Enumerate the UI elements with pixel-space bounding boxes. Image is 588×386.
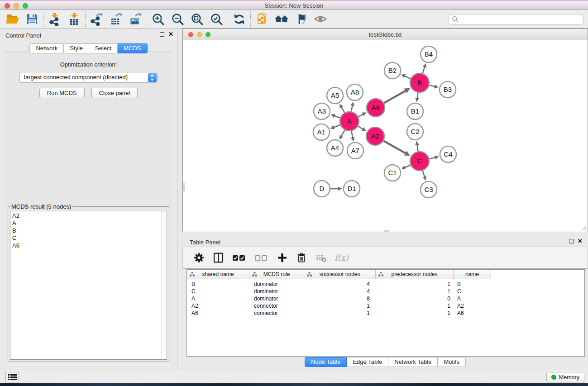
deselect-all-button[interactable]: [254, 252, 268, 264]
graph-edge-C-C1[interactable]: [401, 165, 411, 170]
graph-node-B3[interactable]: B3: [440, 81, 456, 98]
list-item[interactable]: A6: [10, 242, 167, 249]
table-row[interactable]: Bdominator41B: [187, 281, 584, 288]
zoom-fit-button[interactable]: [187, 10, 207, 28]
graph-node-B4[interactable]: B4: [421, 46, 437, 62]
import-table-button[interactable]: [64, 10, 84, 28]
zoom-in-button[interactable]: [148, 10, 168, 28]
column-header-mcds-role[interactable]: MCDS role: [249, 270, 304, 279]
function-builder-button[interactable]: f(x): [335, 253, 349, 262]
list-item[interactable]: A2: [10, 212, 167, 219]
tab-mcds[interactable]: MCDS: [118, 43, 147, 53]
graph-node-A1[interactable]: A1: [313, 124, 330, 140]
graph-node-B2[interactable]: B2: [384, 62, 401, 79]
resize-grip-icon[interactable]: [580, 224, 587, 231]
list-item[interactable]: C: [10, 234, 167, 242]
network-canvas[interactable]: B4B2BB3A8A5A6A3B1AC2A1A2A4A7C4CC1DD1C3: [183, 40, 588, 232]
export-network-button[interactable]: [87, 10, 106, 28]
graph-edge-C-C4[interactable]: [429, 155, 439, 159]
graph-node-A3[interactable]: A3: [314, 103, 330, 119]
graph-edge-A6-B[interactable]: [384, 88, 410, 103]
save-session-button[interactable]: [22, 10, 42, 28]
column-header-successor-nodes[interactable]: successor nodes: [304, 270, 376, 279]
close-table-panel-icon[interactable]: ✕: [578, 238, 583, 244]
show-hide-button[interactable]: [311, 10, 330, 28]
node-table[interactable]: shared nameMCDS rolesuccessor nodesprede…: [186, 269, 585, 357]
graph-edge-D-D1[interactable]: [330, 186, 342, 191]
table-row[interactable]: Adominator80A: [187, 295, 584, 302]
run-mcds-button[interactable]: Run MCDS: [39, 88, 85, 98]
memory-button[interactable]: Memory: [546, 372, 584, 382]
tab-network[interactable]: Network: [29, 43, 64, 53]
select-all-button[interactable]: [232, 252, 246, 264]
graph-node-D1[interactable]: D1: [344, 181, 360, 197]
list-item[interactable]: A: [10, 219, 167, 227]
graph-node-A6[interactable]: A6: [367, 99, 385, 117]
export-table-button[interactable]: [106, 10, 126, 28]
graph-edge-C-C3[interactable]: [423, 171, 427, 181]
graph-edge-A-A1[interactable]: [330, 125, 340, 129]
graph-edge-B-B1[interactable]: [415, 93, 419, 102]
column-header-name[interactable]: name: [454, 270, 491, 279]
import-network-button[interactable]: [45, 10, 64, 28]
column-header-shared-name[interactable]: shared name: [187, 270, 249, 279]
graph-node-C4[interactable]: C4: [440, 146, 456, 162]
home-button[interactable]: [272, 10, 291, 28]
list-scrollbar[interactable]: [161, 211, 167, 359]
graph-node-B1[interactable]: B1: [407, 103, 423, 119]
tab-edge-table[interactable]: Edge Table: [347, 357, 388, 367]
export-image-button[interactable]: [126, 10, 145, 28]
zoom-selected-button[interactable]: [207, 10, 226, 28]
table-settings-button[interactable]: [193, 252, 205, 264]
graph-edge-A2-C[interactable]: [383, 141, 410, 156]
close-panel-icon[interactable]: ✕: [168, 32, 173, 37]
graph-edge-A-A3[interactable]: [331, 114, 340, 118]
graph-node-C[interactable]: C: [410, 152, 429, 171]
mcds-result-list[interactable]: A2ABCA6: [10, 211, 167, 360]
graph-node-B[interactable]: B: [410, 73, 429, 92]
graph-node-C1[interactable]: C1: [384, 165, 401, 181]
list-item[interactable]: B: [10, 227, 167, 234]
tab-motifs[interactable]: Motifs: [438, 357, 466, 367]
search-field[interactable]: [449, 14, 583, 24]
graph-edge-B-B4[interactable]: [423, 63, 427, 73]
graph-edge-A-A2[interactable]: [358, 126, 366, 131]
show-columns-button[interactable]: [212, 252, 224, 264]
graph-edge-B-B3[interactable]: [429, 84, 438, 88]
apply-layout-button[interactable]: [229, 10, 249, 28]
task-history-button[interactable]: [5, 372, 19, 382]
left-edge-grip[interactable]: [183, 183, 185, 191]
toggle-graphics-details-button[interactable]: [291, 10, 311, 28]
graph-edge-A-A5[interactable]: [339, 104, 344, 113]
close-panel-button[interactable]: Close panel: [91, 88, 138, 98]
bottom-edge-grip[interactable]: [384, 230, 389, 232]
graph-node-A5[interactable]: A5: [327, 87, 343, 104]
graph-node-A2[interactable]: A2: [366, 127, 384, 145]
zoom-out-button[interactable]: [168, 10, 187, 28]
tab-style[interactable]: Style: [64, 43, 89, 53]
window-titlebar[interactable]: Session: New Session: [0, 0, 588, 10]
table-row[interactable]: A6connector11A6: [187, 310, 584, 317]
column-header-predecessor-nodes[interactable]: predecessor nodes: [376, 270, 454, 279]
graph-node-A[interactable]: A: [340, 112, 359, 131]
graph-edge-A-A6[interactable]: [359, 113, 367, 117]
search-input[interactable]: [461, 16, 580, 23]
network-window-titlebar[interactable]: testGlobe.txt: [183, 29, 588, 40]
graph-edge-B-B2[interactable]: [401, 74, 411, 79]
graph-node-A4[interactable]: A4: [327, 140, 343, 156]
graph-node-C2[interactable]: C2: [407, 124, 423, 140]
new-session-from-network-button[interactable]: [252, 10, 272, 28]
graph-node-D[interactable]: D: [314, 181, 330, 197]
open-file-button[interactable]: [3, 10, 22, 28]
graph-node-A7[interactable]: A7: [347, 143, 363, 159]
table-row[interactable]: Cdominator41C: [187, 288, 584, 295]
graph-node-A8[interactable]: A8: [347, 84, 363, 100]
graph-node-C3[interactable]: C3: [421, 181, 437, 198]
delete-column-button[interactable]: [296, 252, 307, 264]
graph-edge-A-A8[interactable]: [350, 102, 354, 112]
tab-network-table[interactable]: Network Table: [388, 357, 438, 367]
graph-edge-A-A7[interactable]: [351, 131, 355, 142]
tab-select[interactable]: Select: [89, 43, 118, 53]
graph-edge-C-C2[interactable]: [415, 141, 419, 152]
create-column-button[interactable]: [276, 252, 288, 264]
